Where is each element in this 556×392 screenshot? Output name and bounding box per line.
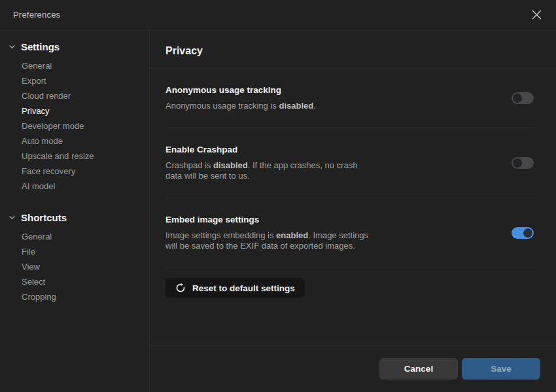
settings-list: Anonymous usage tracking Anonymous usage… <box>150 69 556 345</box>
save-button[interactable]: Save <box>462 358 540 380</box>
chevron-down-icon <box>8 213 16 222</box>
sidebar-item-upscale-and-resize[interactable]: Upscale and resize <box>0 149 149 164</box>
sidebar-item-ai-model[interactable]: AI model <box>0 179 149 194</box>
desc-text: . <box>313 101 316 111</box>
setting-description: Image settings embedding is enabled. Ima… <box>165 230 370 251</box>
toggle-anonymous-tracking[interactable] <box>512 92 534 104</box>
sidebar-item-export[interactable]: Export <box>0 73 149 88</box>
sidebar-item-privacy[interactable]: Privacy <box>0 103 149 118</box>
page-title: Privacy <box>165 45 203 57</box>
preferences-dialog: Preferences Settings G <box>0 0 556 392</box>
dialog-body: Settings General Export Cloud render Pri… <box>0 29 556 392</box>
sidebar-item-shortcuts-file[interactable]: File <box>0 244 149 259</box>
setting-description: Crashpad is disabled. If the app crashes… <box>165 160 370 181</box>
sidebar-item-developer-mode[interactable]: Developer mode <box>0 118 149 134</box>
sidebar-item-shortcuts-view[interactable]: View <box>0 259 149 274</box>
sidebar-group-label: Settings <box>21 41 60 52</box>
desc-text: Anonymous usage tracking is <box>165 101 279 111</box>
main-panel: Privacy Anonymous usage tracking Anonymo… <box>150 29 556 392</box>
toggle-knob <box>513 94 522 103</box>
setting-description: Anonymous usage tracking is disabled. <box>165 101 370 111</box>
reset-to-defaults-button[interactable]: Reset to default settings <box>165 278 305 298</box>
setting-info: Anonymous usage tracking Anonymous usage… <box>165 85 512 111</box>
sidebar-group-shortcuts-header[interactable]: Shortcuts <box>0 209 149 225</box>
reset-section: Reset to default settings <box>165 268 534 298</box>
setting-title: Enable Crashpad <box>165 145 512 154</box>
sidebar-group-shortcuts: Shortcuts General File View Select Cropp… <box>0 209 149 304</box>
sidebar-item-face-recovery[interactable]: Face recovery <box>0 164 149 179</box>
desc-bold-text: disabled <box>213 160 248 170</box>
setting-info: Embed image settings Image settings embe… <box>165 215 512 251</box>
toggle-embed-image-settings[interactable] <box>512 227 534 239</box>
toggle-knob <box>523 228 532 238</box>
close-button[interactable] <box>527 5 546 24</box>
sidebar-group-settings: Settings General Export Cloud render Pri… <box>0 39 149 194</box>
desc-text: Crashpad is <box>165 160 213 170</box>
sidebar-group-settings-header[interactable]: Settings <box>0 39 149 54</box>
toggle-knob <box>513 158 522 168</box>
setting-info: Enable Crashpad Crashpad is disabled. If… <box>165 145 512 181</box>
chevron-down-icon <box>8 43 16 51</box>
sidebar-group-label: Shortcuts <box>21 212 67 223</box>
dialog-footer: Cancel Save <box>150 345 556 392</box>
sidebar-item-auto-mode[interactable]: Auto mode <box>0 134 149 149</box>
desc-bold-text: disabled <box>279 101 313 111</box>
desc-bold-text: enabled <box>276 230 308 240</box>
setting-title: Anonymous usage tracking <box>165 85 512 95</box>
titlebar: Preferences <box>0 0 556 29</box>
sidebar: Settings General Export Cloud render Pri… <box>0 29 150 392</box>
sidebar-item-general[interactable]: General <box>0 58 149 73</box>
setting-row-enable-crashpad: Enable Crashpad Crashpad is disabled. If… <box>165 128 534 198</box>
setting-title: Embed image settings <box>165 215 512 224</box>
sidebar-item-cloud-render[interactable]: Cloud render <box>0 88 149 103</box>
sidebar-item-shortcuts-cropping[interactable]: Cropping <box>0 289 149 304</box>
desc-text: Image settings embedding is <box>165 230 276 240</box>
toggle-enable-crashpad[interactable] <box>512 157 534 169</box>
sidebar-item-shortcuts-select[interactable]: Select <box>0 274 149 289</box>
setting-row-anonymous-tracking: Anonymous usage tracking Anonymous usage… <box>165 69 534 128</box>
sidebar-item-shortcuts-general[interactable]: General <box>0 229 149 244</box>
dialog-title: Preferences <box>13 10 60 20</box>
cancel-button[interactable]: Cancel <box>379 358 458 380</box>
refresh-icon <box>175 283 186 293</box>
close-icon <box>531 9 542 20</box>
page-header: Privacy <box>150 29 556 69</box>
reset-button-label: Reset to default settings <box>192 283 295 293</box>
setting-row-embed-image-settings: Embed image settings Image settings embe… <box>165 198 534 268</box>
